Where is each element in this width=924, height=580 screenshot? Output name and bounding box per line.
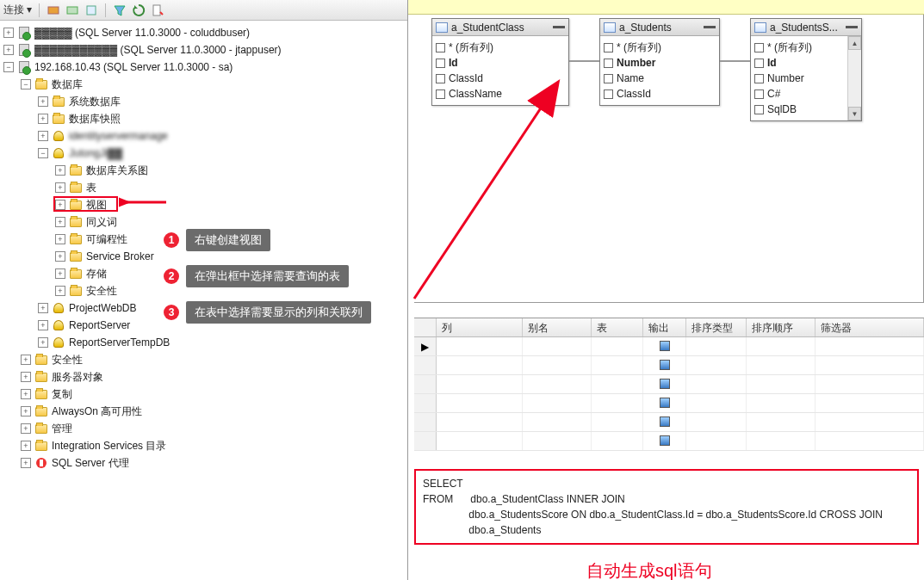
minimize-icon[interactable] — [846, 26, 858, 28]
column-checkbox[interactable] — [754, 105, 764, 114]
column-checkbox[interactable] — [754, 89, 764, 99]
script-icon[interactable] — [151, 3, 164, 17]
sql-pane[interactable]: SELECT FROM dbo.a_StudentClass INNER JOI… — [414, 469, 919, 545]
stop-icon[interactable] — [84, 3, 98, 17]
db-node[interactable]: +identityservermanage — [0, 127, 407, 145]
table-window-studentclass[interactable]: a_StudentClass * (所有列) Id ClassId ClassN… — [431, 18, 569, 106]
grid-row[interactable] — [414, 356, 924, 375]
server-node[interactable]: +▓▓▓▓▓ (SQL Server 11.0.3000 - coluddbus… — [0, 24, 407, 41]
tree-node[interactable]: +复制 — [0, 386, 407, 403]
table-window-studentsscore[interactable]: a_StudentsS... * (所有列) Id Number C# SqlD… — [750, 18, 862, 121]
views-node[interactable]: +视图 — [0, 196, 407, 213]
column-checkbox[interactable] — [436, 43, 445, 52]
col-header[interactable]: 表 — [592, 318, 643, 336]
column-checkbox[interactable] — [754, 74, 764, 83]
table-title: a_StudentsS... — [770, 22, 842, 34]
col-header[interactable]: 别名 — [523, 318, 592, 336]
explorer-toolbar: 连接 ▾ — [0, 0, 407, 21]
column-checkbox[interactable] — [436, 59, 445, 68]
table-title: a_Students — [619, 22, 700, 34]
view-designer-pane: a_StudentClass * (所有列) Id ClassId ClassN… — [408, 0, 924, 580]
tree-node[interactable]: +Integration Services 目录 — [0, 437, 407, 454]
filter-icon[interactable] — [113, 3, 127, 17]
sql-line: SELECT — [423, 476, 910, 491]
output-checkbox[interactable] — [660, 360, 670, 370]
column-checkbox[interactable] — [604, 59, 613, 68]
col-header[interactable]: 排序类型 — [686, 318, 747, 336]
connect-button[interactable]: 连接 ▾ — [3, 3, 32, 17]
column-checkbox[interactable] — [436, 89, 445, 99]
tree-node[interactable]: +安全性 — [0, 351, 407, 368]
svg-line-7 — [414, 83, 557, 299]
column-checkbox[interactable] — [754, 59, 764, 68]
sql-line: dbo.a_Students — [423, 522, 910, 538]
grid-row[interactable] — [414, 432, 924, 451]
minimize-icon[interactable] — [553, 26, 565, 28]
db-node[interactable]: −JutongJi▓▓ — [0, 145, 407, 162]
grid-row[interactable] — [414, 394, 924, 413]
callout-2: 2在弹出框中选择需要查询的表 — [164, 265, 349, 287]
designer-header — [408, 0, 924, 15]
output-checkbox[interactable] — [660, 416, 670, 427]
table-title: a_StudentClass — [451, 22, 549, 34]
grid-row[interactable] — [414, 375, 924, 394]
column-checkbox[interactable] — [604, 74, 613, 83]
column-checkbox[interactable] — [436, 74, 445, 83]
tree-node[interactable]: +管理 — [0, 420, 407, 437]
col-header[interactable]: 列 — [437, 318, 523, 336]
relation-line[interactable] — [720, 60, 750, 62]
tables-node[interactable]: +表 — [0, 179, 407, 196]
sql-line: dbo.a_StudentsScore ON dbo.a_StudentClas… — [423, 507, 910, 522]
relation-line[interactable] — [569, 60, 599, 62]
svg-rect-1 — [67, 7, 78, 14]
annotation-label: 自动生成sql语句 — [586, 559, 712, 580]
tree-node[interactable]: +数据库快照 — [0, 110, 407, 127]
col-header[interactable]: 输出 — [643, 318, 686, 336]
db-node[interactable]: +ReportServerTempDB — [0, 334, 407, 351]
criteria-grid[interactable]: 列 别名 表 输出 排序类型 排序顺序 筛选器 ▶ — [414, 318, 924, 468]
grid-header: 列 别名 表 输出 排序类型 排序顺序 筛选器 — [414, 318, 924, 337]
output-checkbox[interactable] — [660, 379, 670, 389]
callout-3: 3在表中选择需要显示的列和关联列 — [164, 301, 371, 324]
scrollbar[interactable]: ▲▼ — [847, 36, 861, 120]
server-node[interactable]: −192.168.10.43 (SQL Server 11.0.3000 - s… — [0, 59, 407, 76]
databases-node[interactable]: −数据库 — [0, 76, 407, 93]
column-checkbox[interactable] — [604, 89, 613, 99]
column-checkbox[interactable] — [604, 43, 613, 52]
output-checkbox[interactable] — [660, 398, 670, 408]
tree-node[interactable]: +AlwaysOn 高可用性 — [0, 403, 407, 420]
svg-rect-0 — [48, 7, 59, 14]
col-header[interactable]: 排序顺序 — [747, 318, 815, 336]
svg-rect-3 — [153, 5, 160, 15]
table-icon — [604, 22, 616, 33]
arrow-icon — [406, 75, 569, 307]
tree-node[interactable]: +数据库关系图 — [0, 162, 407, 179]
output-checkbox[interactable] — [660, 341, 670, 351]
diagram-area[interactable]: a_StudentClass * (所有列) Id ClassId ClassN… — [414, 15, 924, 303]
tree-node[interactable]: +服务器对象 — [0, 368, 407, 386]
output-checkbox[interactable] — [660, 435, 670, 446]
svg-rect-5 — [40, 460, 43, 466]
tree-node[interactable]: +系统数据库 — [0, 93, 407, 110]
minimize-icon[interactable] — [704, 26, 716, 28]
column-checkbox[interactable] — [754, 43, 764, 52]
sql-line: FROM dbo.a_StudentClass INNER JOIN — [423, 491, 910, 507]
refresh-icon[interactable] — [132, 3, 146, 17]
tree-node[interactable]: +SQL Server 代理 — [0, 454, 407, 472]
disconnect-icon[interactable] — [65, 3, 79, 17]
table-icon — [436, 22, 448, 33]
svg-rect-2 — [87, 6, 96, 15]
table-icon — [754, 22, 766, 33]
grid-row[interactable]: ▶ — [414, 337, 924, 356]
table-window-students[interactable]: a_Students * (所有列) Number Name ClassId — [599, 18, 720, 106]
connect-icon[interactable] — [47, 3, 60, 17]
server-node[interactable]: +▓▓▓▓▓▓▓▓▓▓▓ (SQL Server 11.0.3000 - jta… — [0, 41, 407, 59]
grid-row[interactable] — [414, 413, 924, 432]
col-header[interactable]: 筛选器 — [815, 318, 924, 336]
tree-node[interactable]: +同义词 — [0, 213, 407, 231]
callout-1: 1右键创建视图 — [164, 229, 270, 251]
object-explorer-pane: 连接 ▾ +▓▓▓▓▓ (SQL Server 11.0.3000 - colu… — [0, 0, 408, 580]
